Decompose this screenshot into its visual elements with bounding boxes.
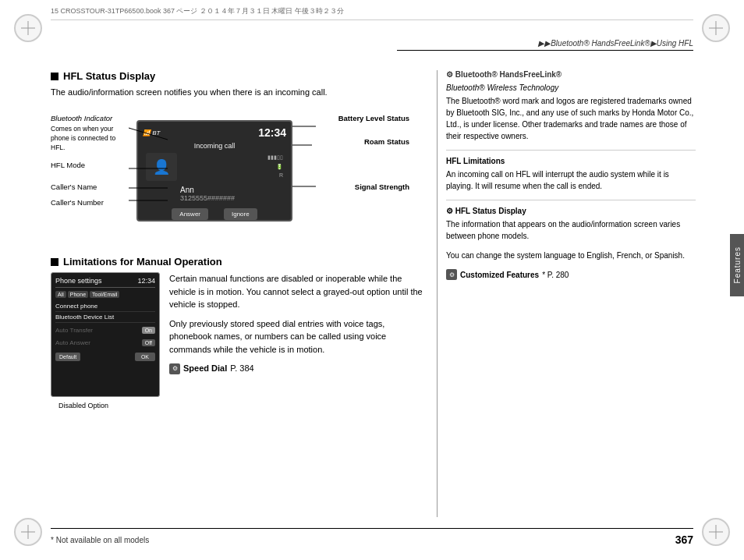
phone-tab-tool-email: Tool/Email	[90, 291, 119, 298]
customized-features-ref: ⚙ Customized Features * P. 280	[446, 269, 696, 280]
bluetooth-indicator-label: Bluetooth Indicator Comes on when your p…	[51, 114, 129, 152]
customized-features-page: * P. 280	[542, 271, 569, 279]
heading-decoration	[51, 73, 58, 80]
corner-decoration-bottom-left	[14, 518, 42, 546]
phone-auto-transfer-label: Auto Transfer	[55, 325, 93, 335]
screen-battery-icon: 🔋	[267, 162, 283, 171]
phone-auto-answer-label: Auto Answer	[55, 338, 90, 348]
breadcrumb-text: ▶▶Bluetooth® HandsFreeLink®▶Using HFL	[538, 39, 693, 48]
toggle-on: On	[142, 327, 155, 334]
right-hfl-status-icon: ⚙	[446, 207, 453, 215]
page-note: * Not available on all models	[51, 536, 149, 544]
customized-features-label: Customized Features	[460, 271, 539, 279]
hfl-status-heading: HFL Status Display	[51, 70, 425, 82]
screen-top-bar: 📶 BT 12:34	[143, 126, 286, 139]
limitations-heading: Limitations for Manual Operation	[51, 256, 425, 268]
file-info-text: 15 CROSSTOUR-31TP66500.book 367 ページ ２０１４…	[51, 6, 344, 16]
corner-decoration-top-right	[702, 14, 730, 42]
callers-number-label: Caller's Number	[51, 198, 104, 207]
roam-status-label: Roam Status	[331, 137, 409, 147]
screen-caller-number: 3125555#######	[180, 194, 286, 202]
right-divider-2	[446, 200, 696, 200]
roam-status-text: Roam Status	[364, 137, 409, 146]
phone-tab-all: All	[55, 291, 66, 298]
battery-level-text: Battery Level Status	[338, 114, 409, 122]
screen-caller-name: Ann	[180, 186, 286, 194]
hfl-mode-label: HFL Mode	[51, 161, 85, 170]
bottom-bar: * Not available on all models 367	[51, 528, 693, 546]
left-content: HFL Status Display The audio/information…	[51, 70, 425, 517]
right-bluetooth-subheader: Bluetooth® Wireless Technology	[446, 83, 696, 92]
screen-time: 12:34	[258, 126, 286, 139]
customized-features-icon: ⚙	[446, 269, 457, 280]
phone-toggle-options: On	[142, 327, 155, 334]
content-divider	[437, 70, 438, 517]
hfl-status-section: HFL Status Display The audio/information…	[51, 70, 425, 245]
phone-toggle-auto-answer: Auto Answer Off	[55, 338, 155, 348]
bluetooth-header-icon: ⚙	[446, 70, 453, 79]
features-tab: Features	[730, 234, 744, 296]
phone-title: Phone settings	[55, 277, 102, 285]
right-hfl-limitations-text: An incoming call on HFL will interrupt t…	[446, 168, 696, 192]
speed-dial-page: P. 384	[230, 362, 253, 375]
screen-content: 📶 BT 12:34 Incoming call 👤 ▮▮▮▯▯ 🔋 R	[138, 122, 291, 220]
disabled-option-label: Disabled Option	[58, 402, 108, 409]
phone-time: 12:34	[137, 277, 155, 285]
phone-menu-connect: Connect phone	[55, 301, 155, 312]
right-divider-1	[446, 150, 696, 151]
right-bluetooth-text: The Bluetooth® word mark and logos are r…	[446, 95, 696, 142]
breadcrumb: ▶▶Bluetooth® HandsFreeLink®▶Using HFL	[397, 39, 693, 51]
screen-answer-btn: Answer	[172, 208, 208, 220]
bluetooth-indicator-label-text: Bluetooth Indicator	[51, 114, 112, 122]
signal-strength-label: Signal Strength	[324, 183, 409, 192]
callers-name-text: Caller's Name	[51, 183, 97, 191]
hfl-screen-image: 📶 BT 12:34 Incoming call 👤 ▮▮▮▯▯ 🔋 R	[136, 120, 292, 222]
phone-toggle-auto-transfer: Auto Transfer On	[55, 325, 155, 335]
limitations-text-2: Only previously stored speed dial entrie…	[169, 317, 425, 356]
hfl-mode-text: HFL Mode	[51, 161, 85, 169]
phone-btn-ok: OK	[135, 353, 155, 361]
right-hfl-status-title: HFL Status Display	[455, 207, 526, 215]
right-hfl-status-text1: The information that appears on the audi…	[446, 218, 696, 242]
phone-tab-phone: Phone	[68, 291, 88, 298]
callers-number-text: Caller's Number	[51, 198, 104, 207]
screen-incoming-text: Incoming call	[143, 142, 286, 150]
screen-ignore-btn: Ignore	[224, 208, 257, 220]
phone-menu-bt-list: Bluetooth Device List	[55, 312, 155, 323]
phone-title-bar: Phone settings 12:34	[55, 277, 155, 288]
screen-diagram: Bluetooth Indicator Comes on when your p…	[51, 105, 409, 245]
phone-settings-screen: Phone settings 12:34 All Phone Tool/Emai…	[51, 272, 160, 397]
limitations-title: Limitations for Manual Operation	[63, 256, 222, 268]
speed-dial-label: Speed Dial	[183, 362, 227, 375]
screen-buttons: Answer Ignore	[143, 208, 286, 220]
toggle-off: Off	[142, 339, 155, 346]
limitations-section: Limitations for Manual Operation Phone s…	[51, 256, 425, 397]
hfl-description: The audio/information screen notifies yo…	[51, 87, 425, 98]
right-hfl-status-text2: You can change the system language to En…	[446, 250, 696, 261]
right-hfl-status-ref: ⚙ HFL Status Display	[446, 207, 696, 215]
limitations-heading-decoration	[51, 258, 58, 266]
phone-tabs: All Phone Tool/Email	[55, 291, 155, 298]
speed-dial-icon: ⚙	[169, 363, 180, 374]
file-info-bar: 15 CROSSTOUR-31TP66500.book 367 ページ ２０１４…	[51, 6, 693, 20]
bluetooth-subheader-text: Bluetooth® Wireless Technology	[446, 83, 558, 92]
features-tab-label: Features	[733, 246, 742, 283]
screen-signal-dots: ▮▮▮▯▯	[267, 153, 283, 161]
phone-toggle-options-2: Off	[142, 339, 155, 346]
limitations-text-1: Certain manual functions are disabled or…	[169, 272, 425, 311]
battery-level-label: Battery Level Status	[316, 114, 409, 123]
bluetooth-indicator-sub: Comes on when your phone is connected to…	[51, 125, 115, 152]
signal-strength-text: Signal Strength	[355, 183, 409, 191]
page-number: 367	[675, 533, 693, 546]
right-hfl-limitations-title: HFL Limitations	[446, 157, 696, 165]
screen-roam-text: R	[267, 171, 283, 179]
bluetooth-header-text: Bluetooth® HandsFreeLink®	[455, 70, 562, 79]
limitations-content: Phone settings 12:34 All Phone Tool/Emai…	[51, 272, 425, 397]
speed-dial-ref: ⚙ Speed Dial P. 384	[169, 362, 425, 375]
corner-decoration-bottom-right	[702, 518, 730, 546]
screen-bluetooth-icon: 📶 BT	[143, 129, 160, 136]
limitations-text: Certain manual functions are disabled or…	[169, 272, 425, 397]
phone-btn-default: Default	[55, 353, 80, 361]
callers-name-label: Caller's Name	[51, 183, 97, 192]
right-content: ⚙ Bluetooth® HandsFreeLink® Bluetooth® W…	[446, 70, 696, 517]
